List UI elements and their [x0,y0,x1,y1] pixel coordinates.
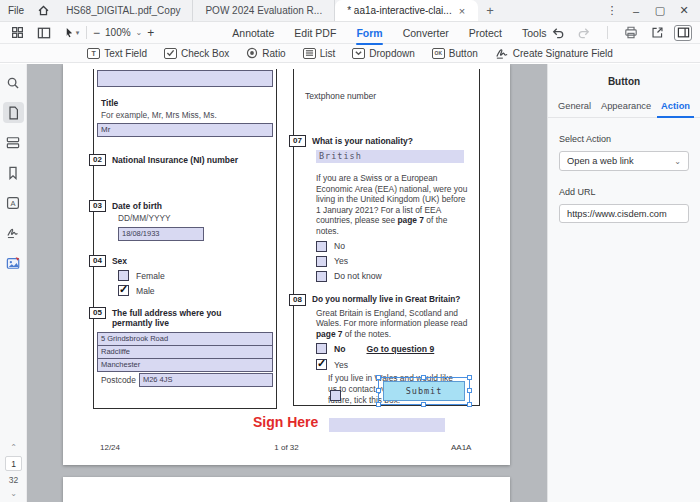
signature-field[interactable] [329,418,445,432]
tab-hs68-digital[interactable]: HS68_DIGITAL.pdf_Copy [54,0,193,21]
select-tool-button[interactable]: ▾ [62,25,80,41]
menu-annotate[interactable]: Annotate [232,25,274,41]
question-label: What is your nationality? [312,135,413,146]
annotations-button[interactable]: A [3,192,24,213]
page-up-button[interactable]: ⌃ [10,443,17,452]
close-button[interactable]: ✕ [672,0,696,22]
address-line-1[interactable]: 5 Grindsbrook Road [97,332,273,346]
submit-button[interactable]: Submit [383,381,465,401]
nationality-field[interactable]: British [316,150,464,163]
check-box-tool[interactable]: Check Box [164,48,229,59]
zoom-out-button[interactable]: − [93,26,100,40]
cursor-icon [63,26,75,39]
resize-handle[interactable] [467,402,472,407]
menu-tools[interactable]: Tools [522,25,547,41]
footer-center: 1 of 32 [63,443,510,452]
stamps-button[interactable] [3,252,24,273]
tab-general[interactable]: General [558,101,591,117]
resize-handle[interactable] [421,375,426,380]
url-input[interactable]: https://www.cisdem.com [559,204,689,223]
goto-question-9-link[interactable]: Go to question 9 [366,344,434,354]
gb-no-option: No Go to question 9 [316,343,479,354]
resize-handle[interactable] [421,402,426,407]
page-down-button[interactable]: ⌄ [10,489,17,498]
textphone-label: Textphone number [305,91,479,101]
grid-icon [11,26,24,39]
form-left-column: Title For example, Mr, Mrs Miss, Ms. Mr … [93,69,277,409]
content-region: A ⌃ 1 32 ⌄ Title For exampl [0,64,700,502]
list-tool[interactable]: List [303,48,336,59]
export-button[interactable] [648,25,666,41]
resize-handle[interactable] [376,388,381,393]
tab-appearance[interactable]: Appearance [601,101,651,117]
resize-handle[interactable] [467,375,472,380]
undo-button[interactable] [549,25,567,41]
resize-handle[interactable] [376,375,381,380]
radio-tool[interactable]: Ratio [246,47,285,59]
yes-checkbox[interactable] [316,359,327,370]
no-checkbox[interactable] [316,343,327,354]
current-page-input[interactable]: 1 [5,456,22,471]
redo-button[interactable] [575,25,593,41]
tab-pow-2024[interactable]: POW 2024 Evaluation R... [193,0,335,21]
sidebar-toggle-button[interactable] [35,25,53,41]
welsh-checkbox[interactable] [330,390,341,401]
cursor-dropdown-chevron[interactable]: ▾ [76,29,80,37]
question-number: 07 [289,135,306,147]
maximize-button[interactable]: ▢ [648,0,672,22]
option-label: Female [136,271,165,281]
zoom-in-button[interactable]: + [147,26,154,40]
dob-format-hint: DD/MM/YYYY [118,213,276,223]
panel-tabs: General Appearance Action [548,101,700,118]
page-thumbnails-button[interactable] [3,102,24,123]
layers-button[interactable] [3,132,24,153]
dropdown-tool[interactable]: Dropdown [352,48,415,59]
menu-converter[interactable]: Converter [403,25,449,41]
tool-label: Text Field [104,48,147,59]
divider [86,26,87,39]
no-checkbox[interactable] [316,241,327,252]
text-field-tool[interactable]: T Text Field [87,48,147,59]
tab-aa1a-active[interactable]: * aa1a-interactive-clai... × [335,0,478,21]
bookmarks-button[interactable] [3,162,24,183]
search-button[interactable] [3,72,24,93]
menu-edit-pdf[interactable]: Edit PDF [294,25,336,41]
yes-checkbox[interactable] [316,256,327,267]
tab-action[interactable]: Action [661,101,690,117]
title-field[interactable]: Mr [97,123,273,137]
resize-handle[interactable] [467,388,472,393]
zoom-control: − 100% ⌄ + [93,26,154,40]
submit-button-selection[interactable]: Submit [378,377,470,405]
menu-protect[interactable]: Protect [469,25,502,41]
address-line-2[interactable]: Radcliffe [97,345,273,359]
name-field[interactable] [97,70,273,87]
tool-label: Button [449,48,478,59]
reading-mode-button[interactable] [674,25,692,41]
create-signature-field-tool[interactable]: Create Signature Field [495,47,613,59]
do-not-know-checkbox[interactable] [316,271,327,282]
option-label: Male [136,286,155,296]
postcode-field[interactable]: M26 4JS [139,373,273,387]
home-button[interactable] [32,0,54,21]
eea-note: If you are a Swiss or a European Economi… [316,173,471,237]
print-button[interactable] [622,25,640,41]
address-line-3[interactable]: Manchester [97,358,273,372]
kebab-menu-icon[interactable]: ⋮ [600,0,624,22]
file-menu[interactable]: File [0,0,32,21]
minimize-button[interactable]: – [624,0,648,22]
document-viewport[interactable]: Title For example, Mr, Mrs Miss, Ms. Mr … [27,64,547,502]
close-tab-icon[interactable]: × [458,5,466,17]
signatures-button[interactable] [3,222,24,243]
select-action-dropdown[interactable]: Open a web link ⌄ [559,151,689,171]
resize-handle[interactable] [376,402,381,407]
grid-view-button[interactable] [8,25,26,41]
button-tool[interactable]: OK Button [432,48,478,59]
male-checkbox[interactable] [118,285,129,296]
dob-field[interactable]: 18/08/1933 [118,227,204,241]
note-bold: page 7 [397,215,424,225]
question-number: 03 [89,200,106,212]
menu-form[interactable]: Form [356,25,382,41]
new-tab-button[interactable]: + [478,0,502,21]
zoom-chevron-icon[interactable]: ⌄ [136,28,143,37]
female-checkbox[interactable] [118,270,129,281]
